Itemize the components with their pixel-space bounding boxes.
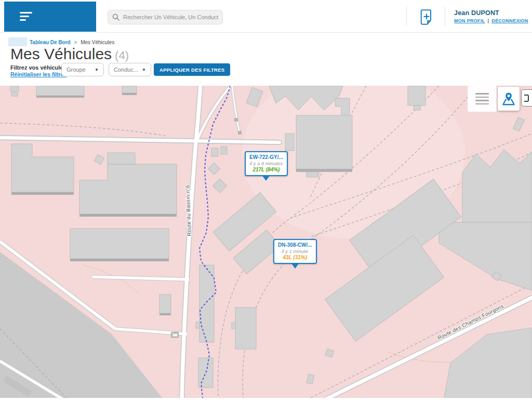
map-container[interactable]: Route du Bassin n°6 Route des Champs Fou… bbox=[0, 86, 532, 398]
menu-icon[interactable] bbox=[20, 12, 33, 23]
map-canvas[interactable]: Route du Bassin n°6 Route des Champs Fou… bbox=[0, 86, 532, 398]
breadcrumb-dashboard-link[interactable]: Tableau De Bord bbox=[30, 39, 71, 45]
breadcrumb-current: Mes Véhicules bbox=[81, 39, 114, 45]
page-title: Mes Véhicules(4) bbox=[10, 45, 129, 63]
driver-dropdown[interactable]: Conduc... ▼ bbox=[109, 63, 151, 76]
chevron-down-icon: ▼ bbox=[142, 68, 146, 72]
vehicle-last-seen: il y a 8 minutes bbox=[249, 161, 283, 166]
vehicle-popup-ew722[interactable]: EW-722-GY/... il y a 8 minutes 217L (84%… bbox=[245, 151, 288, 176]
page-header-zone: Tableau De Bord > Mes Véhicules Mes Véhi… bbox=[0, 33, 532, 86]
top-bar: Jean DUPONT MON PROFIL|DÉCONNEXION bbox=[0, 0, 532, 33]
add-document-button[interactable] bbox=[419, 9, 435, 25]
group-dropdown[interactable]: Groupe ▼ bbox=[61, 63, 104, 76]
bracket-icon bbox=[524, 95, 529, 102]
app-logo[interactable] bbox=[4, 2, 96, 32]
profile-link[interactable]: MON PROFIL bbox=[454, 18, 485, 23]
vehicle-plate: DN-308-CW/... bbox=[278, 242, 312, 248]
breadcrumb: Tableau De Bord > Mes Véhicules bbox=[30, 39, 114, 45]
global-search bbox=[108, 10, 223, 24]
vehicle-last-seen: il y 1 minute bbox=[278, 248, 312, 254]
user-account: Jean DUPONT MON PROFIL|DÉCONNEXION bbox=[454, 9, 528, 23]
reset-filters-link[interactable]: Réinitialiser les filtres bbox=[10, 71, 67, 77]
group-dropdown-label: Groupe bbox=[66, 66, 86, 73]
map-view-button[interactable] bbox=[498, 87, 520, 111]
postbox-poi-icon bbox=[171, 332, 179, 338]
list-view-button[interactable] bbox=[468, 86, 497, 112]
apply-filters-button[interactable]: APPLIQUER DES FILTRES bbox=[154, 63, 230, 76]
collapsed-panel-button[interactable] bbox=[521, 89, 532, 106]
vehicle-popup-dn308[interactable]: DN-308-CW/... il y 1 minute 43L (31%) bbox=[273, 239, 317, 264]
header-divider bbox=[406, 7, 407, 26]
search-icon bbox=[112, 14, 119, 21]
vehicle-count: (4) bbox=[115, 49, 129, 62]
logout-link[interactable]: DÉCONNEXION bbox=[491, 18, 528, 23]
breadcrumb-separator: > bbox=[74, 39, 77, 45]
user-name: Jean DUPONT bbox=[454, 9, 528, 17]
links-separator: | bbox=[488, 18, 489, 23]
filter-label: Filtrez vos véhicules bbox=[10, 64, 66, 71]
map-pin-icon bbox=[501, 91, 516, 106]
driver-dropdown-label: Conduc... bbox=[114, 66, 138, 73]
vehicle-fuel-level: 217L (84%) bbox=[249, 167, 283, 172]
document-plus-icon bbox=[419, 9, 434, 25]
vehicle-plate: EW-722-GY/... bbox=[249, 154, 283, 160]
chevron-down-icon: ▼ bbox=[95, 68, 99, 72]
search-input[interactable] bbox=[123, 14, 218, 20]
header-divider bbox=[445, 7, 445, 26]
vehicle-fuel-level: 43L (31%) bbox=[278, 255, 312, 260]
